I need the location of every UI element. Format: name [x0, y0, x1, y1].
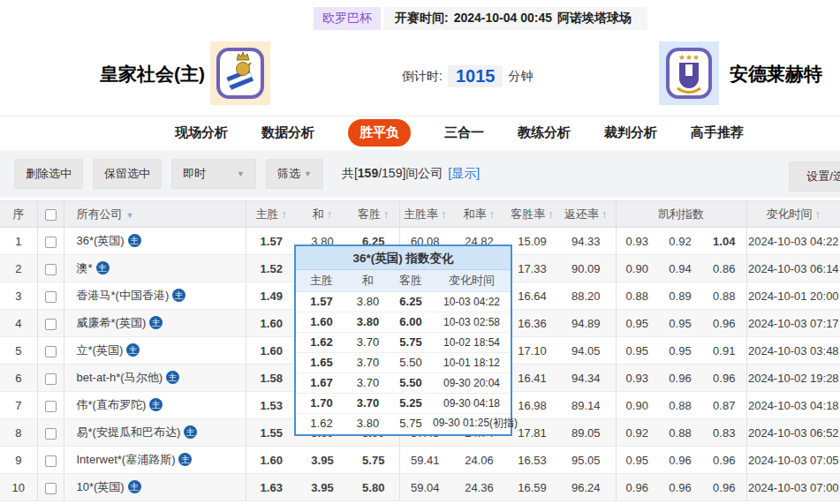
popup-away-odds: 6.00	[389, 312, 433, 332]
row-checkbox[interactable]	[45, 373, 57, 385]
company-name[interactable]: 10*(英国)	[77, 480, 125, 493]
company-name[interactable]: 威廉希*(英国)	[77, 316, 147, 329]
home-marker-icon: 主	[184, 425, 197, 439]
kelly-home: 0.90	[616, 392, 658, 419]
col-draw-odds[interactable]: 和↑	[297, 201, 348, 228]
return-rate: 94.34	[556, 365, 616, 392]
away-team-name: 安德莱赫特	[730, 62, 822, 87]
col-home-rate[interactable]: 主胜率↑	[399, 201, 450, 228]
sort-up-icon: ↑	[548, 207, 554, 221]
home-odds[interactable]: 1.57	[246, 228, 297, 255]
tab-win-draw-lose[interactable]: 胜平负	[348, 119, 411, 147]
col-index: 序	[0, 201, 37, 228]
change-time: 2024-10-03 04:22	[746, 228, 840, 255]
home-odds[interactable]: 1.60	[246, 310, 297, 337]
tab-live-analysis[interactable]: 现场分析	[175, 124, 228, 141]
row-index: 6	[0, 365, 37, 392]
away-odds[interactable]: 5.75	[348, 447, 399, 474]
kelly-draw: 0.95	[658, 310, 702, 337]
tab-referee-analysis[interactable]: 裁判分析	[604, 124, 657, 141]
popup-change-time: 09-30 04:18	[433, 393, 511, 413]
home-odds[interactable]: 1.53	[246, 392, 297, 419]
change-time: 2024-10-02 19:28	[746, 365, 840, 392]
col-away-rate[interactable]: 客胜率↑	[508, 201, 556, 228]
company-name[interactable]: 易*(安提瓜和巴布达)	[77, 425, 181, 439]
company-name[interactable]: 立*(英国)	[77, 343, 124, 357]
filter-caret-icon: ▼	[126, 211, 134, 220]
table-row: 9 Interwet*(塞浦路斯)主 1.60 3.95 5.75 59.41 …	[0, 447, 840, 474]
row-checkbox[interactable]	[45, 291, 57, 303]
home-marker-icon: 主	[172, 289, 185, 302]
home-rate: 59.41	[399, 447, 450, 474]
popup-away-odds: 6.25	[389, 291, 433, 312]
tab-three-in-one[interactable]: 三合一	[444, 124, 484, 141]
home-odds[interactable]: 1.49	[246, 282, 297, 310]
delete-selected-button[interactable]: 删除选中	[14, 159, 83, 189]
row-checkbox[interactable]	[45, 455, 57, 467]
sort-up-icon: ↑	[489, 207, 496, 221]
col-away-odds[interactable]: 客胜↑	[348, 201, 399, 228]
company-name[interactable]: 香港马*(中国香港)	[77, 289, 170, 302]
league-badge: 欧罗巴杯	[314, 7, 381, 30]
row-checkbox[interactable]	[45, 401, 57, 412]
kelly-home: 0.88	[616, 282, 658, 310]
row-checkbox[interactable]	[45, 319, 57, 330]
row-checkbox[interactable]	[45, 264, 57, 275]
home-team-name: 皇家社会(主)	[100, 62, 205, 87]
col-company[interactable]: 所有公司▼	[64, 201, 246, 228]
home-odds[interactable]: 1.60	[246, 447, 297, 474]
company-name[interactable]: 36*(英国)	[77, 234, 125, 247]
home-marker-icon: 主	[166, 371, 179, 384]
home-odds[interactable]: 1.55	[246, 419, 297, 447]
change-time: 2024-10-01 20:00	[746, 282, 840, 310]
filter-dropdown[interactable]: 筛选 ▼	[266, 159, 323, 189]
row-checkbox[interactable]	[45, 483, 57, 494]
company-name[interactable]: 伟*(直布罗陀)	[77, 398, 147, 411]
popup-home-odds: 1.65	[296, 352, 347, 372]
popup-away-odds: 5.50	[389, 372, 433, 393]
return-rate: 88.20	[556, 282, 616, 310]
home-odds[interactable]: 1.63	[246, 474, 297, 501]
popup-table-body: 1.57 3.80 6.25 10-03 04:22 1.60 3.80 6.0…	[296, 291, 511, 433]
tab-expert-recommend[interactable]: 高手推荐	[691, 124, 744, 141]
popup-away-odds: 5.50	[389, 352, 433, 372]
row-index: 7	[0, 392, 37, 419]
home-odds[interactable]: 1.58	[246, 365, 297, 392]
draw-odds[interactable]: 3.95	[297, 447, 348, 474]
popup-history-row: 1.70 3.70 5.25 09-30 04:18	[296, 393, 511, 413]
row-checkbox[interactable]	[45, 237, 57, 248]
tab-coach-analysis[interactable]: 教练分析	[518, 124, 571, 141]
home-marker-icon: 主	[128, 234, 141, 247]
company-name[interactable]: 澳*	[77, 261, 93, 275]
kelly-away: 0.88	[702, 282, 746, 310]
draw-odds[interactable]: 3.95	[297, 474, 348, 501]
away-team-logo: ★★★	[659, 41, 719, 105]
away-odds[interactable]: 5.80	[348, 474, 399, 501]
popup-col-time: 变化时间	[433, 270, 511, 291]
col-return-rate[interactable]: 返还率↑	[556, 201, 616, 228]
change-time: 2024-10-03 06:14	[746, 255, 840, 282]
row-checkbox[interactable]	[45, 428, 57, 440]
show-link[interactable]: [显示]	[448, 166, 480, 180]
row-index: 4	[0, 310, 37, 337]
col-change-time[interactable]: 变化时间↑	[746, 201, 840, 228]
settings-button[interactable]: 设置/选择	[789, 162, 840, 192]
kelly-home: 0.95	[616, 310, 658, 337]
home-odds[interactable]: 1.52	[246, 255, 297, 282]
company-name[interactable]: Interwet*(塞浦路斯)	[77, 453, 176, 466]
kelly-draw: 0.88	[658, 419, 702, 447]
keep-selected-button[interactable]: 保留选中	[93, 159, 162, 189]
row-checkbox[interactable]	[45, 346, 57, 357]
instant-dropdown[interactable]: 即时 ▼	[171, 159, 256, 189]
kelly-home: 0.96	[616, 474, 658, 501]
popup-draw-odds: 3.70	[347, 332, 389, 352]
select-all-checkbox[interactable]	[45, 209, 57, 221]
col-home-odds[interactable]: 主胜↑	[246, 201, 297, 228]
col-draw-rate[interactable]: 和率↑	[450, 201, 508, 228]
home-odds[interactable]: 1.60	[246, 337, 297, 365]
company-name[interactable]: bet-at-h*(马尔他)	[77, 371, 163, 384]
tab-data-analysis[interactable]: 数据分析	[261, 124, 314, 141]
popup-home-odds: 1.70	[296, 393, 347, 413]
sort-up-icon: ↑	[441, 207, 447, 221]
kelly-draw: 0.89	[658, 282, 702, 310]
